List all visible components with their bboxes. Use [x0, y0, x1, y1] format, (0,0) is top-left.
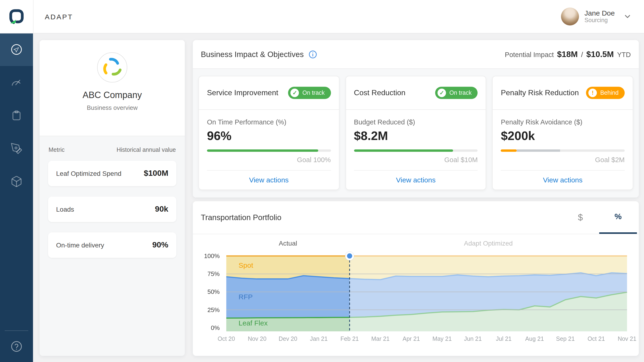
optimized-region-label: Adapt Optimized	[464, 240, 513, 247]
objective-metric-label: Budget Reduced ($)	[354, 118, 478, 126]
metrics-col-metric: Metric	[48, 146, 64, 153]
potential-impact-goal: $10.5M	[586, 49, 614, 59]
pen-icon	[10, 142, 23, 154]
metric-label: Loads	[56, 206, 74, 213]
metric-row-spend[interactable]: Leaf Optimized Spend $100M	[48, 161, 176, 186]
goal-label: Goal 100%	[207, 156, 331, 164]
status-badge: ✓ On track	[288, 87, 331, 99]
exclamation-icon: !	[588, 88, 597, 97]
objective-metric-value: $200k	[501, 129, 625, 143]
avatar[interactable]	[561, 8, 579, 26]
view-actions-link[interactable]: View actions	[354, 171, 478, 190]
adapt-logo-icon	[8, 8, 24, 24]
objective-title: Cost Reduction	[354, 88, 406, 97]
metric-row-loads[interactable]: Loads 90k	[48, 196, 176, 222]
user-name: Jane Doe	[584, 9, 615, 17]
progress-bar	[501, 150, 625, 152]
status-badge: ✓ On track	[435, 87, 478, 99]
x-axis-label: Jan 21	[310, 335, 328, 342]
sidebar-item-metrics[interactable]	[0, 66, 33, 99]
sidebar-item-help[interactable]	[0, 331, 33, 362]
company-subtitle: Business overview	[87, 104, 138, 111]
x-axis-label: Mar 21	[371, 335, 390, 342]
section-title: Business Impact & Objectives	[201, 50, 304, 59]
view-actions-link[interactable]: View actions	[207, 171, 331, 190]
toggle-dollar-tab[interactable]: $	[562, 201, 599, 234]
sidebar-item-overview[interactable]	[0, 33, 33, 66]
app-logo[interactable]	[0, 0, 34, 33]
spot-series-label: Spot	[238, 261, 253, 269]
user-menu[interactable]: Jane Doe Sourcing	[561, 8, 644, 26]
actual-region-label: Actual	[279, 240, 297, 247]
metric-row-delivery[interactable]: On-time delivery 90%	[48, 232, 176, 258]
goal-label: Goal $10M	[354, 156, 478, 164]
metric-label: Leaf Optimized Spend	[56, 170, 122, 177]
status-label: Behind	[600, 90, 618, 96]
objective-card-penalty-risk: Penalty Risk Reduction ! Behind Penalty …	[492, 76, 633, 190]
portfolio-title: Transportation Portfolio	[201, 213, 282, 222]
objective-metric-label: On Time Performance (%)	[207, 118, 331, 126]
goal-label: Goal $2M	[501, 156, 625, 164]
company-name: ABC Company	[82, 90, 142, 100]
sidebar-item-projects[interactable]	[0, 99, 33, 132]
clipboard-icon	[10, 109, 23, 122]
rfp-series-label: RFP	[238, 293, 253, 301]
gauge-icon	[10, 76, 23, 88]
objective-metric-label: Penalty Risk Avoidance ($)	[501, 118, 625, 126]
help-icon	[10, 340, 23, 352]
split-marker	[347, 253, 352, 258]
business-impact-section: Business Impact & Objectives Potential I…	[193, 40, 639, 198]
progress-bar	[354, 150, 478, 152]
potential-impact-period: YTD	[617, 51, 631, 58]
metric-value: 90%	[152, 240, 168, 250]
status-label: On track	[449, 90, 472, 96]
x-axis-label: Apr 21	[402, 335, 420, 342]
leaf-flex-series-label: Leaf Flex	[238, 319, 268, 327]
progress-bar	[207, 150, 331, 152]
status-label: On track	[302, 90, 325, 96]
x-axis-label: May 21	[432, 335, 452, 342]
objective-card-service-improvement: Service Improvement ✓ On track On Time P…	[198, 76, 339, 190]
x-axis-label: Aug 21	[525, 335, 544, 342]
portfolio-area-chart[interactable]: ActualAdapt OptimizedSpotRFPLeaf Flex100…	[193, 234, 639, 356]
objective-card-cost-reduction: Cost Reduction ✓ On track Budget Reduced…	[345, 76, 486, 190]
objective-title: Penalty Risk Reduction	[501, 88, 579, 97]
x-axis-label: Sep 21	[556, 335, 575, 342]
toggle-percent-tab[interactable]: %	[599, 201, 637, 234]
optimized-region-overlay	[350, 255, 627, 331]
x-axis-label: Feb 21	[340, 335, 359, 342]
app-title: ADAPT	[45, 12, 73, 20]
potential-impact: Potential Impact $18M / $10.5M YTD	[505, 49, 631, 59]
metric-value: $100M	[144, 169, 168, 178]
y-axis-label: 75%	[208, 270, 220, 278]
transportation-portfolio-section: Transportation Portfolio $ % ActualAdapt…	[193, 201, 639, 356]
y-axis-label: 0%	[211, 324, 220, 331]
x-axis-label: Oct 20	[218, 335, 235, 342]
check-icon: ✓	[438, 88, 446, 97]
potential-impact-label: Potential Impact	[505, 51, 554, 58]
metric-label: On-time delivery	[56, 241, 104, 249]
metric-value: 90k	[155, 204, 168, 214]
x-axis-label: Nov 20	[248, 335, 266, 342]
metrics-col-value: Historical annual value	[116, 146, 176, 153]
x-axis-label: Dev 20	[279, 335, 297, 342]
x-axis-label: Nov 21	[618, 335, 636, 342]
send-icon	[10, 43, 23, 56]
x-axis-label: Jun 21	[464, 335, 482, 342]
x-axis-label: Jul 21	[496, 335, 512, 342]
chevron-down-icon[interactable]	[623, 12, 632, 21]
sidebar-item-contracts[interactable]	[0, 132, 33, 165]
top-bar: ADAPT Jane Doe Sourcing	[0, 0, 644, 34]
objective-metric-value: 96%	[207, 129, 331, 143]
y-axis-label: 100%	[204, 252, 220, 260]
sidebar-item-shipments[interactable]	[0, 165, 33, 198]
company-panel: ABC Company Business overview Metric His…	[40, 40, 185, 356]
info-icon[interactable]	[308, 50, 318, 59]
company-logo-icon	[101, 56, 123, 78]
package-icon	[10, 175, 23, 188]
view-actions-link[interactable]: View actions	[501, 171, 625, 190]
status-badge: ! Behind	[586, 87, 625, 99]
dashboard-page: ADAPT Jane Doe Sourcing	[0, 0, 644, 362]
sidebar-nav	[0, 33, 33, 362]
y-axis-label: 25%	[208, 306, 220, 314]
